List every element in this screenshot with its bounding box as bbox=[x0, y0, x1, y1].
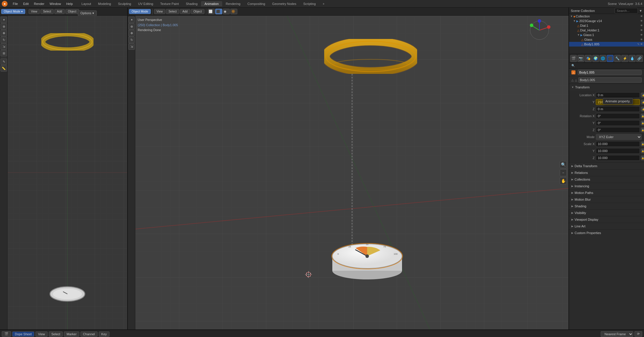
pan-btn[interactable]: ✋ bbox=[560, 177, 567, 184]
object-menu[interactable]: Object bbox=[65, 9, 79, 14]
tree-scene-collection[interactable]: ▼ ■ Collection 👁 bbox=[569, 14, 644, 19]
dopesheet-mode-btn[interactable]: Dope Sheet bbox=[12, 331, 34, 337]
frame-interp-select[interactable]: Nearest Frame bbox=[601, 331, 633, 337]
props-scrollable[interactable]: ▼ Transform Location X 🔒 Y bbox=[569, 84, 644, 329]
scale-y-input[interactable] bbox=[596, 148, 640, 154]
rot-mode-select[interactable]: XYZ Euler bbox=[596, 134, 642, 140]
obj-mode-btn[interactable]: Object Mode ▾ bbox=[1, 9, 25, 14]
shading-header[interactable]: ▶ Shading bbox=[569, 203, 644, 209]
loc-z-lock[interactable]: 🔒 bbox=[641, 107, 644, 111]
rot-y-input[interactable] bbox=[596, 120, 640, 126]
main-cursor-tool[interactable]: ⊕ bbox=[128, 23, 135, 30]
delta-transform-header[interactable]: ▶ Delta Transform bbox=[569, 163, 644, 169]
obj-custom-props-header[interactable]: ▶ Custom Properties bbox=[569, 230, 644, 236]
workspace-geometry-nodes[interactable]: Geometry Nodes bbox=[269, 1, 300, 6]
outliner-filter-icon[interactable]: ▼ bbox=[639, 9, 642, 13]
move-tool[interactable]: ✥ bbox=[1, 30, 7, 36]
data-name-input[interactable] bbox=[578, 77, 642, 83]
workspace-rendering[interactable]: Rendering bbox=[222, 1, 244, 6]
left-viewport-canvas[interactable] bbox=[8, 16, 127, 329]
scale-x-input[interactable] bbox=[596, 141, 640, 147]
eye-icon-6[interactable]: 👁 bbox=[640, 43, 643, 46]
loc-z-input[interactable] bbox=[596, 106, 640, 112]
main-obj-mode[interactable]: Object Mode bbox=[129, 9, 151, 14]
main-scale-tool[interactable]: ⇲ bbox=[128, 43, 135, 50]
loc-x-input[interactable] bbox=[596, 92, 640, 98]
measure-tool[interactable]: 📏 bbox=[1, 65, 7, 72]
select-tool[interactable]: ✦ bbox=[1, 17, 7, 23]
workspace-shading[interactable]: Shading bbox=[182, 1, 201, 6]
tree-dialholder[interactable]: △ Dial_Holder:1 👁 bbox=[569, 28, 644, 33]
scale-tool[interactable]: ⇲ bbox=[1, 43, 7, 50]
material-btn[interactable]: ◉ bbox=[223, 9, 230, 14]
eye-icon-2[interactable]: 👁 bbox=[640, 24, 643, 27]
left-viewport[interactable]: Object Mode ▾ View Select Add Object Opt… bbox=[0, 8, 128, 329]
animate-popup[interactable]: Animate property. bbox=[603, 98, 633, 104]
ds-view-btn[interactable]: View bbox=[35, 331, 48, 337]
wireframe-btn[interactable]: ⬜ bbox=[208, 9, 215, 14]
tree-gauge-v14[interactable]: ▼ ▶ 2023Gauge v14 👁 bbox=[569, 19, 644, 23]
eye-icon-5[interactable]: 👁 bbox=[640, 38, 643, 41]
object-props-tab[interactable]: ⬛ bbox=[607, 55, 613, 62]
main-object-menu[interactable]: Object bbox=[191, 9, 204, 14]
nav-gizmo[interactable]: X Y Z bbox=[528, 19, 551, 42]
transform-tool[interactable]: ⊞ bbox=[1, 50, 7, 56]
workspace-modeling[interactable]: Modeling bbox=[95, 1, 115, 6]
ds-select-btn[interactable]: Select bbox=[49, 331, 63, 337]
scale-y-lock[interactable]: 🔒 bbox=[641, 149, 644, 153]
options-btn[interactable]: Options ▾ bbox=[78, 10, 97, 16]
tree-body1005[interactable]: △ Body1.005 ✎ 👁 bbox=[569, 42, 644, 47]
viewlayer-props-tab[interactable]: 🎭 bbox=[585, 55, 591, 62]
workspace-animation[interactable]: Animation bbox=[201, 1, 222, 6]
menu-edit[interactable]: Edit bbox=[21, 1, 31, 6]
world-props-tab[interactable]: 🌐 bbox=[600, 55, 606, 62]
main-select-menu[interactable]: Select bbox=[166, 9, 179, 14]
cursor-tool[interactable]: ⊕ bbox=[1, 23, 7, 30]
main-add-menu[interactable]: Add bbox=[180, 9, 190, 14]
ds-key-btn[interactable]: Key bbox=[99, 331, 110, 337]
workspace-layout[interactable]: Layout bbox=[78, 1, 95, 6]
main-viewport[interactable]: Object Mode View Select Add Object ⬜ ⬛ ◉… bbox=[128, 8, 568, 329]
main-viewport-canvas[interactable]: 0 25 50 75 100 bbox=[135, 16, 568, 329]
menu-window[interactable]: Window bbox=[47, 1, 63, 6]
select-menu[interactable]: Select bbox=[40, 9, 54, 14]
dopesheet-icon-btn[interactable]: 🎬 bbox=[2, 331, 11, 337]
output-props-tab[interactable]: 📷 bbox=[577, 55, 584, 62]
main-select-tool[interactable]: ✦ bbox=[128, 17, 135, 23]
line-art-header[interactable]: ▶ Line Art bbox=[569, 223, 644, 229]
view-menu[interactable]: View bbox=[28, 9, 40, 14]
visibility-header[interactable]: ▶ Visibility bbox=[569, 210, 644, 216]
menu-file[interactable]: File bbox=[10, 1, 20, 6]
ds-marker-btn[interactable]: Marker bbox=[64, 331, 79, 337]
motion-blur-header[interactable]: ▶ Motion Blur bbox=[569, 196, 644, 203]
workspace-compositing[interactable]: Compositing bbox=[244, 1, 269, 6]
solid-btn[interactable]: ⬛ bbox=[215, 9, 222, 14]
rotate-tool[interactable]: ↻ bbox=[1, 37, 7, 43]
outliner-tree[interactable]: ▼ ■ Collection 👁 ▼ ▶ 2023Gauge v14 👁 △ D… bbox=[569, 14, 644, 54]
scale-z-input[interactable] bbox=[596, 155, 640, 161]
workspace-scripting[interactable]: Scripting bbox=[300, 1, 319, 6]
menu-render[interactable]: Render bbox=[32, 1, 47, 6]
rot-x-lock[interactable]: 🔒 bbox=[641, 114, 644, 118]
workspace-uv[interactable]: UV Editing bbox=[134, 1, 157, 6]
tree-glass[interactable]: △ Glass 👁 bbox=[569, 37, 644, 42]
main-move-tool[interactable]: ✥ bbox=[128, 30, 135, 36]
body1005-actions[interactable]: ✎ bbox=[637, 43, 640, 46]
workspace-sculpting[interactable]: Sculpting bbox=[114, 1, 134, 6]
constraints-props-tab[interactable]: 🔗 bbox=[636, 55, 643, 62]
main-rotate-tool[interactable]: ↻ bbox=[128, 37, 135, 43]
workspace-texture-paint[interactable]: Texture Paint bbox=[157, 1, 182, 6]
tree-dial1[interactable]: △ Dial:1 👁 bbox=[569, 23, 644, 28]
scale-x-lock[interactable]: 🔒 bbox=[641, 142, 644, 146]
workspace-add[interactable]: + bbox=[319, 1, 328, 6]
render-btn[interactable]: 🔆 bbox=[230, 9, 237, 14]
sync-btn[interactable]: ⟳ bbox=[634, 331, 642, 337]
eye-icon-0[interactable]: 👁 bbox=[640, 15, 643, 18]
transform-header[interactable]: ▼ Transform bbox=[569, 84, 644, 90]
relations-header[interactable]: ▶ Relations bbox=[569, 170, 644, 176]
outliner-search[interactable] bbox=[615, 8, 638, 14]
particles-props-tab[interactable]: ⚡ bbox=[621, 55, 628, 62]
scale-z-lock[interactable]: 🔒 bbox=[641, 156, 644, 160]
tree-glass1[interactable]: ▼ ▶ Glass:1 👁 bbox=[569, 33, 644, 37]
render-props-tab[interactable]: 🎬 bbox=[570, 55, 577, 62]
